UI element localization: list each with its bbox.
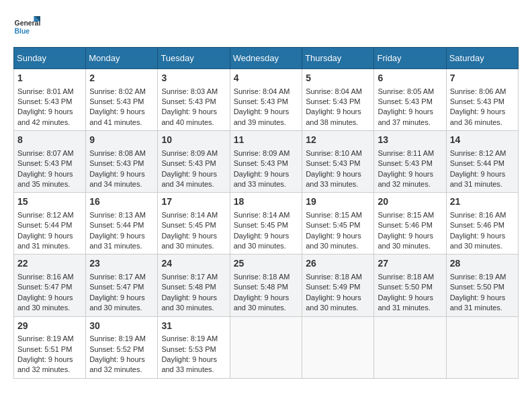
day-info: Daylight: 9 hours and 39 minutes. (234, 107, 299, 128)
day-info: Daylight: 9 hours and 31 minutes. (450, 293, 515, 314)
header-day: Saturday (446, 48, 518, 69)
day-number: 19 (306, 195, 370, 209)
calendar-table: SundayMondayTuesdayWednesdayThursdayFrid… (13, 47, 519, 379)
day-info: Daylight: 9 hours and 34 minutes. (89, 169, 154, 190)
calendar-week: 15Sunrise: 8:12 AMSunset: 5:44 PMDayligh… (14, 193, 519, 255)
day-info: Sunrise: 8:13 AM (89, 210, 154, 220)
day-info: Sunset: 5:43 PM (161, 97, 226, 107)
day-number: 13 (378, 134, 442, 147)
day-info: Sunset: 5:44 PM (450, 158, 515, 169)
day-info: Sunrise: 8:09 AM (161, 148, 226, 158)
day-info: Sunrise: 8:14 AM (161, 210, 226, 220)
day-info: Daylight: 9 hours and 31 minutes. (89, 231, 154, 252)
day-info: Sunset: 5:50 PM (378, 282, 442, 292)
day-number: 30 (89, 320, 154, 333)
day-info: Sunrise: 8:12 AM (450, 148, 515, 158)
calendar-week: 8Sunrise: 8:07 AMSunset: 5:43 PMDaylight… (14, 131, 519, 193)
day-number: 6 (378, 72, 442, 85)
day-info: Daylight: 9 hours and 34 minutes. (161, 169, 226, 190)
day-number: 17 (161, 195, 226, 209)
calendar-cell (230, 316, 302, 378)
day-info: Sunset: 5:47 PM (89, 282, 154, 292)
svg-text:Blue: Blue (15, 28, 30, 35)
day-info: Daylight: 9 hours and 31 minutes. (378, 293, 442, 314)
calendar-cell: 29Sunrise: 8:19 AMSunset: 5:51 PMDayligh… (14, 316, 86, 378)
day-info: Sunrise: 8:06 AM (450, 87, 515, 97)
header-day: Friday (374, 48, 446, 69)
day-number: 12 (306, 134, 370, 147)
day-info: Sunrise: 8:01 AM (17, 87, 82, 97)
day-info: Sunset: 5:53 PM (161, 345, 226, 355)
day-info: Sunset: 5:47 PM (17, 282, 82, 292)
page-header: General Blue (13, 13, 519, 40)
day-info: Sunrise: 8:09 AM (234, 148, 299, 158)
day-info: Sunset: 5:51 PM (17, 345, 82, 355)
day-info: Sunset: 5:43 PM (234, 158, 299, 169)
day-info: Sunset: 5:43 PM (89, 158, 154, 169)
calendar-cell: 12Sunrise: 8:10 AMSunset: 5:43 PMDayligh… (302, 131, 374, 193)
calendar-cell: 8Sunrise: 8:07 AMSunset: 5:43 PMDaylight… (14, 131, 86, 193)
day-info: Sunrise: 8:10 AM (306, 148, 370, 158)
day-info: Daylight: 9 hours and 30 minutes. (17, 293, 82, 314)
day-info: Sunset: 5:49 PM (306, 282, 370, 292)
calendar-cell: 25Sunrise: 8:18 AMSunset: 5:48 PMDayligh… (230, 255, 302, 316)
calendar-cell (374, 316, 446, 378)
day-info: Sunset: 5:43 PM (450, 97, 515, 107)
day-number: 16 (89, 195, 154, 209)
day-info: Daylight: 9 hours and 33 minutes. (161, 355, 226, 375)
calendar-cell: 14Sunrise: 8:12 AMSunset: 5:44 PMDayligh… (446, 131, 518, 193)
day-info: Daylight: 9 hours and 38 minutes. (306, 107, 370, 128)
day-info: Sunrise: 8:14 AM (234, 210, 299, 220)
day-number: 14 (450, 134, 515, 147)
day-number: 25 (234, 257, 299, 271)
calendar-cell: 24Sunrise: 8:17 AMSunset: 5:48 PMDayligh… (158, 255, 230, 316)
day-info: Sunset: 5:43 PM (17, 97, 82, 107)
calendar-cell: 20Sunrise: 8:15 AMSunset: 5:46 PMDayligh… (374, 193, 446, 255)
day-info: Sunrise: 8:07 AM (17, 148, 82, 158)
day-info: Sunrise: 8:05 AM (378, 87, 442, 97)
day-info: Sunset: 5:45 PM (306, 220, 370, 230)
day-number: 20 (378, 195, 442, 209)
calendar-cell (302, 316, 374, 378)
day-number: 15 (17, 195, 82, 209)
day-number: 23 (89, 257, 154, 271)
day-info: Daylight: 9 hours and 31 minutes. (17, 231, 82, 252)
calendar-cell: 1Sunrise: 8:01 AMSunset: 5:43 PMDaylight… (14, 69, 86, 131)
day-info: Sunset: 5:43 PM (306, 158, 370, 169)
calendar-cell: 31Sunrise: 8:19 AMSunset: 5:53 PMDayligh… (158, 316, 230, 378)
day-info: Daylight: 9 hours and 32 minutes. (378, 169, 442, 190)
day-number: 5 (306, 72, 370, 85)
day-info: Sunset: 5:48 PM (234, 282, 299, 292)
day-info: Daylight: 9 hours and 30 minutes. (234, 231, 299, 252)
day-number: 8 (17, 134, 82, 147)
header-day: Tuesday (158, 48, 230, 69)
day-info: Daylight: 9 hours and 30 minutes. (234, 293, 299, 314)
day-number: 10 (161, 134, 226, 147)
day-info: Sunset: 5:43 PM (234, 97, 299, 107)
calendar-cell: 28Sunrise: 8:19 AMSunset: 5:50 PMDayligh… (446, 255, 518, 316)
day-info: Sunrise: 8:17 AM (161, 272, 226, 282)
day-info: Sunset: 5:48 PM (161, 282, 226, 292)
calendar-cell (446, 316, 518, 378)
day-number: 31 (161, 320, 226, 333)
day-info: Daylight: 9 hours and 37 minutes. (378, 107, 442, 128)
calendar-cell: 19Sunrise: 8:15 AMSunset: 5:45 PMDayligh… (302, 193, 374, 255)
day-info: Sunrise: 8:03 AM (161, 87, 226, 97)
calendar-cell: 2Sunrise: 8:02 AMSunset: 5:43 PMDaylight… (86, 69, 158, 131)
day-info: Daylight: 9 hours and 30 minutes. (450, 231, 515, 252)
day-info: Sunrise: 8:16 AM (17, 272, 82, 282)
calendar-cell: 18Sunrise: 8:14 AMSunset: 5:45 PMDayligh… (230, 193, 302, 255)
calendar-cell: 3Sunrise: 8:03 AMSunset: 5:43 PMDaylight… (158, 69, 230, 131)
day-info: Sunset: 5:43 PM (17, 158, 82, 169)
calendar-cell: 5Sunrise: 8:04 AMSunset: 5:43 PMDaylight… (302, 69, 374, 131)
day-info: Daylight: 9 hours and 35 minutes. (17, 169, 82, 190)
day-info: Sunrise: 8:19 AM (161, 334, 226, 344)
day-info: Sunrise: 8:04 AM (306, 87, 370, 97)
day-info: Sunset: 5:44 PM (17, 220, 82, 230)
day-number: 11 (234, 134, 299, 147)
calendar-cell: 4Sunrise: 8:04 AMSunset: 5:43 PMDaylight… (230, 69, 302, 131)
day-number: 22 (17, 257, 82, 271)
day-info: Daylight: 9 hours and 30 minutes. (161, 293, 226, 314)
day-info: Sunrise: 8:02 AM (89, 87, 154, 97)
day-info: Daylight: 9 hours and 30 minutes. (161, 231, 226, 252)
